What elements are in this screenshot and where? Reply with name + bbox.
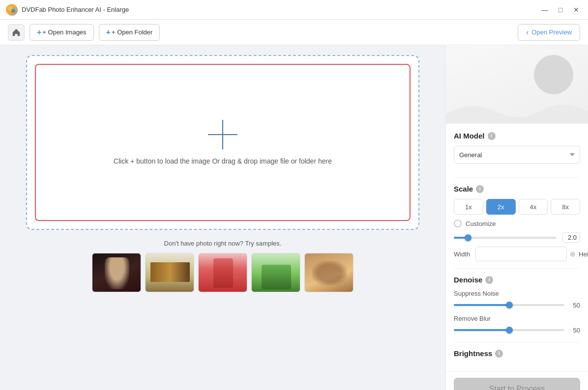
sample-thumb-4[interactable] xyxy=(251,253,300,292)
title-bar-controls: — □ ✕ xyxy=(539,4,582,16)
scale-1x-button[interactable]: 1x xyxy=(454,199,483,215)
suppress-noise-fill xyxy=(454,304,509,306)
drop-zone-outer[interactable]: Click + button to load the image Or drag… xyxy=(26,55,419,230)
svg-point-2 xyxy=(11,9,15,13)
scale-slider-row: 2.0 xyxy=(454,232,580,243)
suppress-noise-container: Suppress Noise 50 xyxy=(454,290,580,310)
width-label: Width xyxy=(454,251,472,258)
home-button[interactable] xyxy=(8,24,25,41)
open-preview-button[interactable]: ‹ Open Preview xyxy=(518,24,580,41)
process-btn-container: Start to Process xyxy=(446,371,588,390)
denoise-title: Denoise i xyxy=(454,276,580,284)
samples-row xyxy=(26,253,419,292)
divider-2 xyxy=(454,268,580,269)
right-panel: AI Model i General Portrait Anime Scale … xyxy=(445,45,588,390)
deco-circle xyxy=(534,55,573,94)
toolbar-right: ‹ Open Preview xyxy=(518,24,580,41)
link-icon: ⊕ xyxy=(570,250,576,258)
suppress-noise-label: Suppress Noise xyxy=(454,290,580,297)
ai-model-title: AI Model i xyxy=(454,132,580,140)
panel-body: AI Model i General Portrait Anime Scale … xyxy=(446,124,588,371)
open-images-button[interactable]: + + Open Images xyxy=(29,24,94,41)
scale-8x-button[interactable]: 8x xyxy=(551,199,580,215)
denoise-info-icon[interactable]: i xyxy=(485,276,493,284)
divider-1 xyxy=(454,177,580,178)
open-images-label: + Open Images xyxy=(42,28,86,36)
scale-4x-button[interactable]: 4x xyxy=(519,199,548,215)
main-content: Click + button to load the image Or drag… xyxy=(0,45,588,390)
height-label: Height xyxy=(579,251,588,258)
ai-model-info-icon[interactable]: i xyxy=(488,132,496,140)
ai-model-select[interactable]: General Portrait Anime xyxy=(454,146,580,164)
brightness-section: Brightness i xyxy=(454,349,580,358)
toolbar-left: + + Open Images + + Open Folder xyxy=(8,24,160,41)
samples-hint-text: Don't have photo right now? Try samples. xyxy=(26,240,419,247)
remove-blur-container: Remove Blur 50 xyxy=(454,315,580,335)
customize-radio[interactable] xyxy=(454,220,462,227)
remove-blur-thumb[interactable] xyxy=(506,327,513,334)
title-bar-left: DVDFab Photo Enhancer AI - Enlarge xyxy=(6,4,129,16)
customize-label: Customize xyxy=(466,220,496,227)
sample-thumb-2[interactable] xyxy=(145,253,194,292)
remove-blur-row: 50 xyxy=(454,325,580,335)
divider-3 xyxy=(454,342,580,342)
close-button[interactable]: ✕ xyxy=(570,4,582,16)
suppress-noise-row: 50 xyxy=(454,300,580,310)
open-folder-label: + Open Folder xyxy=(112,28,152,36)
app-logo xyxy=(6,4,18,16)
brightness-title: Brightness i xyxy=(454,349,580,358)
samples-section: Don't have photo right now? Try samples. xyxy=(26,240,419,292)
plus-icon-2: + xyxy=(106,28,111,37)
add-cross-icon xyxy=(208,120,237,149)
scale-info-icon[interactable]: i xyxy=(476,185,484,193)
chevron-left-icon: ‹ xyxy=(526,28,529,37)
scale-2x-button[interactable]: 2x xyxy=(486,199,516,215)
remove-blur-value: 50 xyxy=(568,327,580,334)
sample-thumb-5[interactable] xyxy=(304,253,353,292)
brightness-info-icon[interactable]: i xyxy=(495,350,503,358)
minimize-button[interactable]: — xyxy=(539,4,551,16)
sample-thumb-1[interactable] xyxy=(92,253,141,292)
deco-wave xyxy=(446,94,588,124)
drop-zone-inner[interactable]: Click + button to load the image Or drag… xyxy=(35,64,411,221)
scale-slider-thumb[interactable] xyxy=(465,234,471,241)
app-title: DVDFab Photo Enhancer AI - Enlarge xyxy=(22,6,129,13)
title-bar: DVDFab Photo Enhancer AI - Enlarge — □ ✕ xyxy=(0,0,588,20)
maximize-button[interactable]: □ xyxy=(555,4,566,16)
left-panel: Click + button to load the image Or drag… xyxy=(0,45,445,390)
remove-blur-fill xyxy=(454,329,509,331)
open-folder-button[interactable]: + + Open Folder xyxy=(99,24,160,41)
open-preview-label: Open Preview xyxy=(531,28,572,36)
denoise-section: Denoise i Suppress Noise 50 xyxy=(454,276,580,335)
suppress-noise-thumb[interactable] xyxy=(506,302,513,308)
suppress-noise-value: 50 xyxy=(568,302,580,309)
drop-hint-text: Click + button to load the image Or drag… xyxy=(114,157,332,165)
width-input[interactable] xyxy=(475,247,567,261)
start-to-process-button[interactable]: Start to Process xyxy=(454,378,580,390)
sample-thumb-3[interactable] xyxy=(198,253,247,292)
remove-blur-label: Remove Blur xyxy=(454,315,580,322)
panel-header-decoration xyxy=(446,45,588,124)
toolbar: + + Open Images + + Open Folder ‹ Open P… xyxy=(0,20,588,45)
ai-model-section: AI Model i General Portrait Anime xyxy=(454,132,580,170)
scale-value: 2.0 xyxy=(562,232,580,243)
plus-icon: + xyxy=(37,28,41,37)
width-height-row: Width ⊕ Height xyxy=(454,247,580,261)
scale-section: Scale i 1x 2x 4x 8x Customize xyxy=(454,185,580,261)
scale-title: Scale i xyxy=(454,185,580,193)
customize-row: Customize xyxy=(454,220,580,227)
scale-buttons-group: 1x 2x 4x 8x xyxy=(454,199,580,215)
